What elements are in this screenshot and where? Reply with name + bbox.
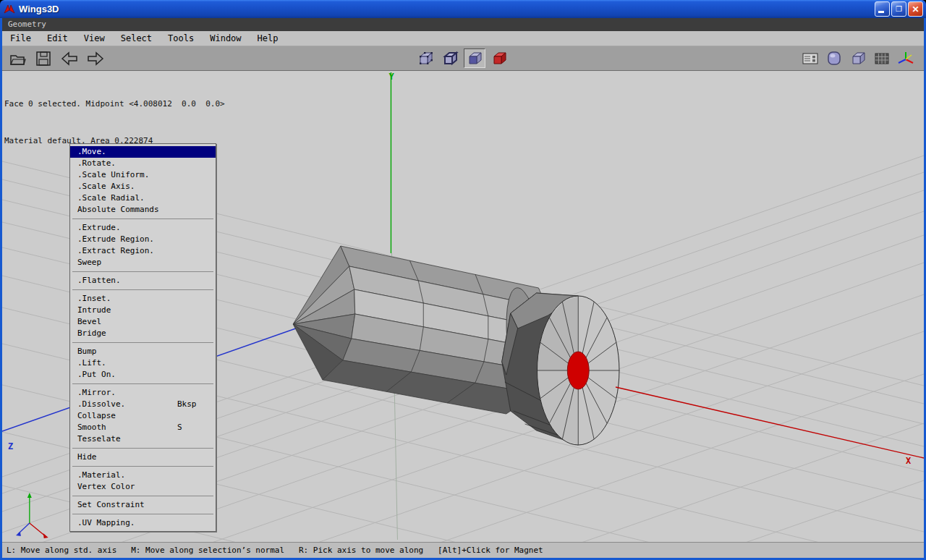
- context-menu-item[interactable]: .Scale Radial.: [70, 192, 216, 204]
- context-menu-separator: [72, 448, 213, 449]
- ground-plane-button[interactable]: [871, 48, 893, 68]
- status-bar: L: Move along std. axis M: Move along se…: [2, 542, 924, 558]
- context-menu-item[interactable]: Hide: [70, 451, 216, 463]
- context-menu-item-label: .Scale Uniform.: [77, 170, 149, 179]
- context-menu-item[interactable]: .Inset.: [70, 293, 216, 305]
- context-menu-item[interactable]: Tesselate: [70, 433, 216, 445]
- context-menu-item[interactable]: .Put On.: [70, 369, 216, 381]
- context-menu-item-label: .Rotate.: [77, 158, 116, 168]
- context-menu-item[interactable]: .Flatten.: [70, 275, 216, 287]
- geometry-windows-button[interactable]: [799, 48, 821, 68]
- context-menu-item[interactable]: .Mirror.: [70, 387, 216, 399]
- selection-mode-group: [415, 48, 510, 68]
- body-mode-button[interactable]: [488, 48, 510, 68]
- menu-bar-item[interactable]: Help: [250, 31, 286, 46]
- geometry-window-header[interactable]: Geometry: [2, 18, 924, 31]
- context-menu-item[interactable]: Set Constraint: [70, 499, 216, 511]
- context-menu-item[interactable]: Bump: [70, 346, 216, 357]
- menu-bar-item[interactable]: View: [76, 31, 113, 46]
- context-menu-item-label: Collapse: [77, 411, 116, 420]
- menu-bar-item[interactable]: Edit: [39, 31, 76, 46]
- restore-icon: ❐: [896, 6, 902, 13]
- window-title: Wings3D: [19, 4, 875, 14]
- context-menu-item[interactable]: .Dissolve. Bksp: [70, 399, 216, 410]
- context-menu-item[interactable]: Absolute Commands: [70, 204, 216, 216]
- status-bar-text: L: Move along std. axis M: Move along se…: [7, 546, 543, 555]
- context-menu-item-label: .Extract Region.: [77, 246, 154, 255]
- menu-bar-item-label: Help: [258, 33, 279, 43]
- view-tool-group: [799, 48, 917, 68]
- context-menu: .Move. .Rotate. .Scale Uniform.: [69, 143, 216, 532]
- minimize-icon: [878, 11, 884, 13]
- ground-plane-icon: [873, 51, 891, 67]
- context-menu-item[interactable]: .Material.: [70, 470, 216, 481]
- context-menu-item-label: .Scale Radial.: [77, 193, 145, 203]
- open-button[interactable]: [7, 48, 28, 68]
- context-menu-item[interactable]: .Rotate.: [70, 158, 216, 169]
- face-mode-cube-icon: [466, 51, 483, 67]
- caption-buttons: ❐ ✕: [875, 1, 923, 17]
- window-frame: Geometry File Edit View Select: [0, 18, 926, 558]
- context-menu-item[interactable]: .Extract Region.: [70, 245, 216, 257]
- smooth-shading-button[interactable]: [823, 48, 845, 68]
- context-menu-item[interactable]: Bevel: [70, 316, 216, 328]
- context-menu-item[interactable]: .Scale Uniform.: [70, 169, 216, 181]
- context-menu-item-label: Sweep: [77, 258, 101, 267]
- context-menu-separator: [72, 342, 213, 343]
- context-menu-item[interactable]: Bridge: [70, 328, 216, 339]
- show-axes-icon: [897, 51, 914, 67]
- save-button[interactable]: [33, 48, 54, 68]
- selected-face[interactable]: [567, 352, 589, 389]
- context-menu-item[interactable]: .Extrude.: [70, 222, 216, 234]
- menu-bar-item-label: Tools: [168, 33, 194, 43]
- context-menu-item-label: .Flatten.: [77, 276, 121, 285]
- menu-bar-item-label: Window: [210, 33, 241, 43]
- context-menu-item[interactable]: Collapse: [70, 410, 216, 422]
- redo-arrow-icon: [86, 51, 105, 67]
- context-menu-item[interactable]: Smooth S: [70, 422, 216, 433]
- context-menu-item-shortcut: S: [177, 422, 182, 433]
- menu-bar-item[interactable]: Tools: [160, 31, 202, 46]
- face-mode-button[interactable]: [464, 48, 485, 68]
- restore-button[interactable]: ❐: [891, 1, 906, 17]
- redo-button[interactable]: [85, 48, 106, 68]
- context-menu-item-label: .Dissolve.: [77, 399, 125, 409]
- close-button[interactable]: ✕: [908, 1, 923, 17]
- menu-bar-item-label: File: [10, 33, 31, 43]
- geometry-windows-icon: [802, 51, 819, 67]
- viewport[interactable]: Y X Z Face 0 selected. Midpoint <4.00801…: [2, 71, 924, 542]
- selection-info-line1: Face 0 selected. Midpoint <4.008012 0.0 …: [4, 98, 225, 110]
- context-menu-item-label: .Move.: [77, 147, 106, 156]
- toolbar: [2, 46, 924, 71]
- extruded-cylinder[interactable]: [502, 293, 619, 445]
- undo-button[interactable]: [59, 48, 80, 68]
- vertex-mode-cube-icon: [417, 51, 434, 67]
- edge-mode-button[interactable]: [439, 48, 461, 68]
- minimize-button[interactable]: [875, 1, 890, 17]
- menu-bar-item[interactable]: File: [2, 31, 39, 46]
- context-menu-item-label: Bump: [77, 347, 97, 356]
- context-menu-item-label: .Lift.: [77, 358, 106, 368]
- context-menu-item[interactable]: Intrude: [70, 305, 216, 316]
- context-menu-separator: [72, 383, 213, 384]
- undo-arrow-icon: [60, 51, 79, 67]
- show-axes-button[interactable]: [895, 48, 917, 68]
- context-menu-item[interactable]: .Lift.: [70, 357, 216, 369]
- context-menu-item[interactable]: .Scale Axis.: [70, 181, 216, 192]
- vertex-mode-button[interactable]: [415, 48, 436, 68]
- menu-bar-item[interactable]: Window: [202, 31, 249, 46]
- open-folder-icon: [9, 51, 26, 67]
- context-menu-item[interactable]: Sweep: [70, 257, 216, 268]
- title-bar[interactable]: Wings3D ❐ ✕: [0, 0, 926, 18]
- smooth-shading-icon: [825, 51, 843, 67]
- menu-bar-item[interactable]: Select: [113, 31, 160, 46]
- context-menu-item-label: .Inset.: [77, 294, 111, 303]
- context-menu-item[interactable]: .Extrude Region.: [70, 234, 216, 245]
- flat-shading-button[interactable]: [847, 48, 869, 68]
- context-menu-item[interactable]: .Move.: [70, 146, 216, 158]
- context-menu-item-label: .Scale Axis.: [77, 182, 135, 191]
- context-menu-item[interactable]: Vertex Color: [70, 481, 216, 493]
- context-menu-item-label: .UV Mapping.: [77, 518, 135, 527]
- context-menu-item[interactable]: .UV Mapping.: [70, 517, 216, 529]
- context-menu-separator: [72, 466, 213, 467]
